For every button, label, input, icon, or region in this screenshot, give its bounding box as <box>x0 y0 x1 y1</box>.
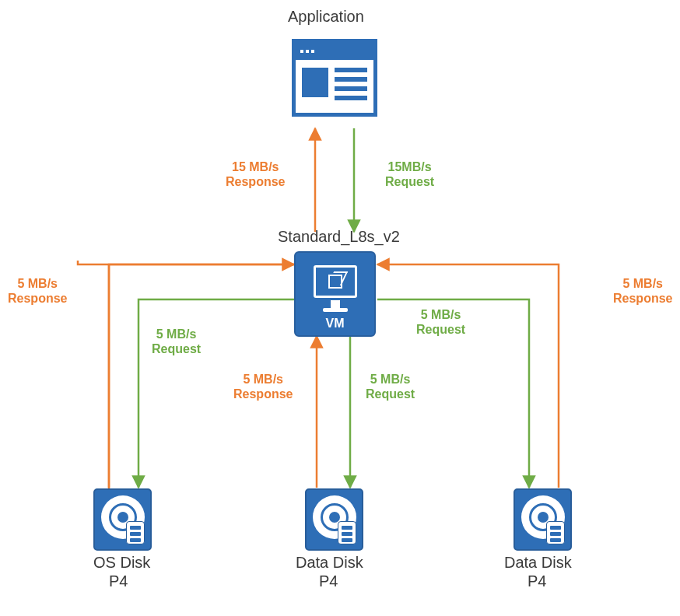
os-disk-icon <box>93 488 152 551</box>
label-app-response: 15 MB/s Response <box>226 159 285 189</box>
data-disk-1-icon <box>305 488 363 551</box>
label-app-request: 15MB/s Request <box>385 159 434 189</box>
vm-label-inside: VM <box>326 317 345 331</box>
label-right-response: 5 MB/s Response <box>613 276 672 306</box>
application-icon <box>292 39 377 117</box>
data-disk-2-name: Data Disk <box>504 554 572 572</box>
os-disk-name: OS Disk <box>93 554 150 572</box>
vm-icon: VM <box>294 251 376 337</box>
data-disk-2-icon <box>514 488 572 551</box>
label-mid-response: 5 MB/s Response <box>233 372 293 401</box>
data-disk-2-tier: P4 <box>528 572 546 590</box>
label-left-request: 5 MB/s Request <box>152 327 201 356</box>
label-mid-request: 5 MB/s Request <box>366 372 415 401</box>
data-disk-1-tier: P4 <box>319 572 338 590</box>
application-label: Application <box>288 8 364 26</box>
arrow-left-response-a <box>78 261 294 264</box>
data-disk-1-name: Data Disk <box>296 554 363 572</box>
os-disk-tier: P4 <box>109 572 128 590</box>
label-right-request: 5 MB/s Request <box>416 307 465 337</box>
vm-label-top: Standard_L8s_v2 <box>278 228 400 246</box>
label-left-response: 5 MB/s Response <box>8 276 67 306</box>
